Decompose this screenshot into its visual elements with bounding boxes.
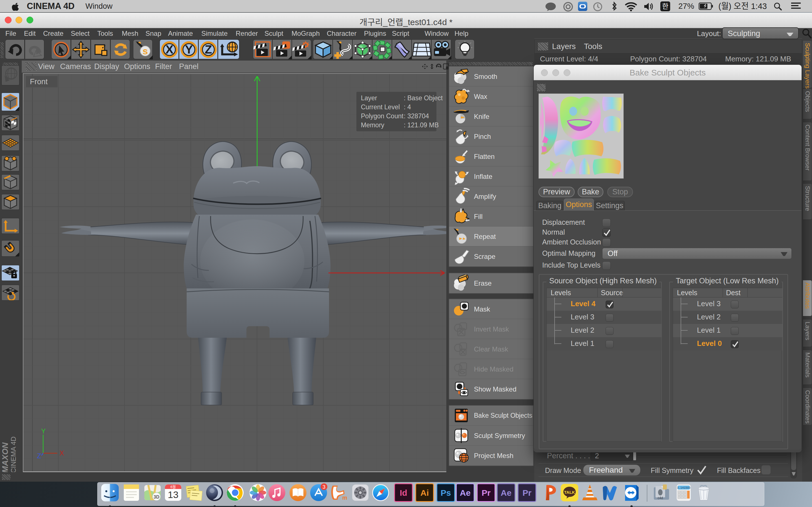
svg-text:Z: Z [205, 43, 212, 56]
svg-text:MAXON: MAXON [1, 442, 10, 473]
svg-text:s: s [143, 46, 148, 56]
svg-text:13: 13 [168, 489, 179, 500]
svg-text:c4d: c4d [658, 496, 663, 500]
svg-text:3D: 3D [154, 495, 159, 499]
svg-text:TALK: TALK [564, 490, 575, 495]
svg-text:Y: Y [185, 43, 193, 56]
svg-text:6월: 6월 [170, 485, 175, 489]
svg-text:X: X [165, 43, 173, 56]
svg-text:CINEMA 4D: CINEMA 4D [10, 437, 17, 473]
svg-text:3: 3 [322, 484, 326, 490]
svg-text:3.141593: 3.141593 [677, 487, 691, 490]
svg-text:m: m [342, 495, 347, 501]
